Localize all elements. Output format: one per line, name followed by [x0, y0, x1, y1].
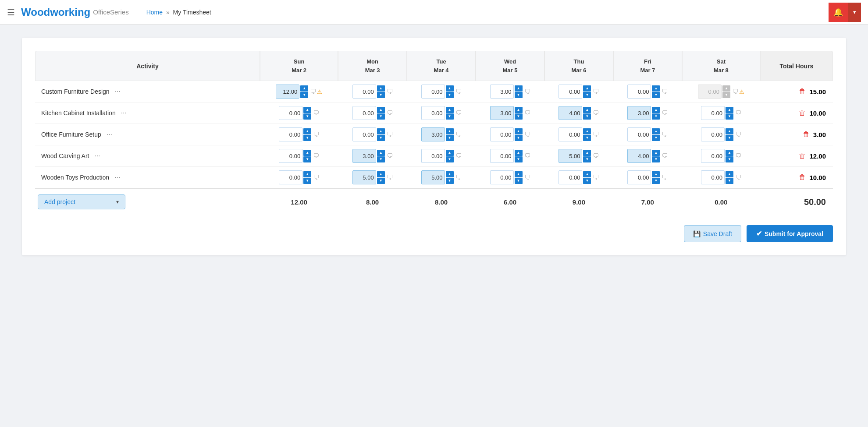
note-icon-2-1[interactable]: 🗨 — [387, 131, 393, 138]
spin-up-0-6[interactable]: ▲ — [722, 85, 730, 92]
note-icon-0-6[interactable]: 🗨 — [732, 88, 738, 95]
spin-up-2-6[interactable]: ▲ — [726, 128, 733, 134]
activity-menu-button-4[interactable]: ··· — [113, 173, 122, 181]
spin-down-3-2[interactable]: ▼ — [446, 156, 454, 162]
user-dropdown-button[interactable]: ▾ — [848, 3, 861, 22]
hours-input-2-2[interactable] — [421, 127, 445, 141]
spin-up-4-2[interactable]: ▲ — [446, 171, 454, 177]
spin-up-1-6[interactable]: ▲ — [726, 107, 733, 113]
activity-menu-button-2[interactable]: ··· — [105, 131, 114, 138]
note-icon-3-0[interactable]: 🗨 — [313, 152, 319, 159]
submit-approval-button[interactable]: ✔ Submit for Approval — [747, 225, 833, 242]
note-icon-2-0[interactable]: 🗨 — [313, 131, 319, 138]
spin-up-3-3[interactable]: ▲ — [515, 150, 523, 156]
hours-input-2-0[interactable] — [279, 127, 302, 141]
spin-down-3-5[interactable]: ▼ — [652, 156, 660, 162]
spin-down-1-4[interactable]: ▼ — [583, 113, 591, 120]
hours-input-2-5[interactable] — [627, 127, 651, 141]
note-icon-4-6[interactable]: 🗨 — [735, 174, 741, 181]
hours-input-0-1[interactable] — [352, 85, 376, 99]
spin-up-3-4[interactable]: ▲ — [583, 150, 591, 156]
spin-up-3-6[interactable]: ▲ — [726, 150, 733, 156]
delete-row-button-4[interactable]: 🗑 — [799, 173, 806, 181]
spin-up-0-1[interactable]: ▲ — [377, 85, 385, 92]
note-icon-4-2[interactable]: 🗨 — [455, 174, 462, 181]
delete-row-button-3[interactable]: 🗑 — [799, 152, 806, 160]
spin-down-4-2[interactable]: ▼ — [446, 178, 454, 184]
spin-down-2-0[interactable]: ▼ — [303, 135, 311, 141]
spin-down-1-6[interactable]: ▼ — [726, 113, 733, 120]
spin-up-2-0[interactable]: ▲ — [303, 128, 311, 134]
activity-menu-button-1[interactable]: ··· — [119, 109, 128, 117]
spin-up-1-5[interactable]: ▲ — [652, 107, 660, 113]
note-icon-3-6[interactable]: 🗨 — [735, 152, 741, 159]
spin-down-2-5[interactable]: ▼ — [652, 135, 660, 141]
hours-input-1-4[interactable] — [559, 106, 582, 120]
note-icon-0-4[interactable]: 🗨 — [593, 88, 599, 95]
delete-row-button-0[interactable]: 🗑 — [799, 88, 806, 95]
spin-up-2-5[interactable]: ▲ — [652, 128, 660, 134]
spin-down-1-1[interactable]: ▼ — [377, 113, 385, 120]
hours-input-4-4[interactable] — [559, 170, 582, 184]
note-icon-3-2[interactable]: 🗨 — [455, 152, 462, 159]
spin-down-0-0[interactable]: ▼ — [300, 92, 308, 98]
note-icon-3-4[interactable]: 🗨 — [593, 152, 599, 159]
hours-input-4-2[interactable] — [421, 170, 445, 184]
note-icon-1-1[interactable]: 🗨 — [387, 109, 393, 116]
spin-down-3-1[interactable]: ▼ — [377, 156, 385, 162]
spin-down-0-1[interactable]: ▼ — [377, 92, 385, 98]
hours-input-4-1[interactable] — [352, 170, 376, 184]
spin-down-1-0[interactable]: ▼ — [303, 113, 311, 120]
hours-input-2-4[interactable] — [559, 127, 582, 141]
spin-up-4-4[interactable]: ▲ — [583, 171, 591, 177]
hours-input-3-2[interactable] — [421, 149, 445, 163]
spin-up-3-1[interactable]: ▲ — [377, 150, 385, 156]
spin-down-3-0[interactable]: ▼ — [303, 156, 311, 162]
spin-down-0-5[interactable]: ▼ — [652, 92, 660, 98]
spin-down-4-3[interactable]: ▼ — [515, 178, 523, 184]
spin-up-4-3[interactable]: ▲ — [515, 171, 523, 177]
note-icon-0-0[interactable]: 🗨 — [310, 88, 316, 95]
hours-input-4-5[interactable] — [627, 170, 651, 184]
spin-up-0-0[interactable]: ▲ — [300, 85, 308, 92]
spin-down-0-6[interactable]: ▼ — [722, 92, 730, 98]
spin-down-2-1[interactable]: ▼ — [377, 135, 385, 141]
note-icon-4-5[interactable]: 🗨 — [662, 174, 668, 181]
note-icon-1-5[interactable]: 🗨 — [662, 109, 668, 116]
spin-down-1-3[interactable]: ▼ — [515, 113, 523, 120]
spin-down-4-4[interactable]: ▼ — [583, 178, 591, 184]
hours-input-3-0[interactable] — [279, 149, 302, 163]
note-icon-2-6[interactable]: 🗨 — [735, 131, 741, 138]
add-project-button[interactable]: Add project ▾ — [38, 194, 125, 209]
hours-input-2-3[interactable] — [490, 127, 514, 141]
spin-up-1-0[interactable]: ▲ — [303, 107, 311, 113]
spin-down-4-5[interactable]: ▼ — [652, 178, 660, 184]
hours-input-3-5[interactable] — [627, 149, 651, 163]
note-icon-4-0[interactable]: 🗨 — [313, 174, 319, 181]
note-icon-3-3[interactable]: 🗨 — [524, 152, 530, 159]
menu-icon[interactable]: ☰ — [7, 7, 15, 18]
hours-input-0-6[interactable] — [698, 85, 722, 99]
spin-down-1-2[interactable]: ▼ — [446, 113, 454, 120]
hours-input-1-3[interactable] — [490, 106, 514, 120]
spin-up-3-5[interactable]: ▲ — [652, 150, 660, 156]
note-icon-3-1[interactable]: 🗨 — [387, 152, 393, 159]
hours-input-0-5[interactable] — [627, 85, 651, 99]
hours-input-1-6[interactable] — [701, 106, 725, 120]
note-icon-1-2[interactable]: 🗨 — [455, 109, 462, 116]
spin-up-4-6[interactable]: ▲ — [726, 171, 733, 177]
activity-menu-button-3[interactable]: ··· — [92, 152, 102, 160]
spin-up-0-4[interactable]: ▲ — [583, 85, 591, 92]
note-icon-2-5[interactable]: 🗨 — [662, 131, 668, 138]
spin-down-3-4[interactable]: ▼ — [583, 156, 591, 162]
note-icon-0-5[interactable]: 🗨 — [662, 88, 668, 95]
spin-down-0-2[interactable]: ▼ — [446, 92, 454, 98]
spin-up-0-3[interactable]: ▲ — [515, 85, 523, 92]
spin-down-4-1[interactable]: ▼ — [377, 178, 385, 184]
hours-input-4-0[interactable] — [279, 170, 302, 184]
hours-input-1-1[interactable] — [352, 106, 376, 120]
note-icon-1-3[interactable]: 🗨 — [524, 109, 530, 116]
note-icon-2-4[interactable]: 🗨 — [593, 131, 599, 138]
note-icon-4-1[interactable]: 🗨 — [387, 174, 393, 181]
delete-row-button-1[interactable]: 🗑 — [799, 109, 806, 117]
